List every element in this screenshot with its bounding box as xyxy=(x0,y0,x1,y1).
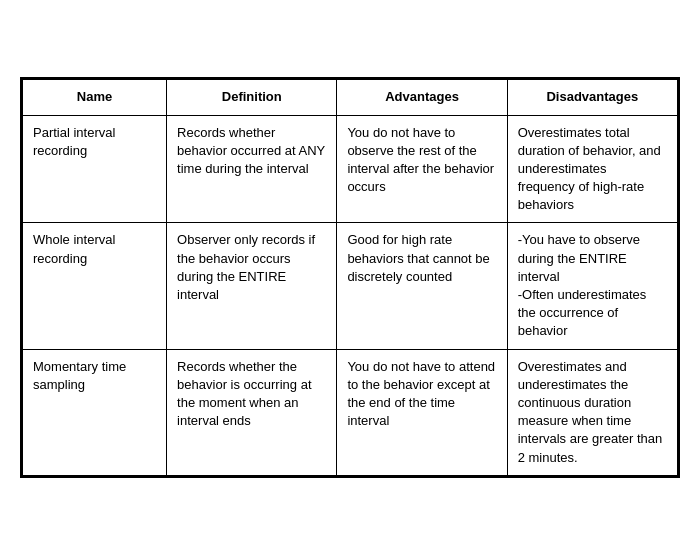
row1-disadvantages: Overestimates total duration of behavior… xyxy=(507,115,677,223)
row1-definition: Records whether behavior occurred at ANY… xyxy=(167,115,337,223)
row1-name: Partial interval recording xyxy=(23,115,167,223)
row2-definition: Observer only records if the behavior oc… xyxy=(167,223,337,349)
row2-name: Whole interval recording xyxy=(23,223,167,349)
comparison-table: Name Definition Advantages Disadvantages… xyxy=(22,79,678,475)
row3-name: Momentary time sampling xyxy=(23,349,167,475)
table-row: Whole interval recording Observer only r… xyxy=(23,223,678,349)
header-row: Name Definition Advantages Disadvantages xyxy=(23,80,678,115)
header-name: Name xyxy=(23,80,167,115)
row1-advantages: You do not have to observe the rest of t… xyxy=(337,115,507,223)
row2-advantages: Good for high rate behaviors that cannot… xyxy=(337,223,507,349)
row2-disadvantages: -You have to observe during the ENTIRE i… xyxy=(507,223,677,349)
row3-disadvantages: Overestimates and underestimates the con… xyxy=(507,349,677,475)
main-table-container: Name Definition Advantages Disadvantages… xyxy=(20,77,680,477)
table-row: Partial interval recording Records wheth… xyxy=(23,115,678,223)
header-advantages: Advantages xyxy=(337,80,507,115)
table-row: Momentary time sampling Records whether … xyxy=(23,349,678,475)
row3-definition: Records whether the behavior is occurrin… xyxy=(167,349,337,475)
header-definition: Definition xyxy=(167,80,337,115)
header-disadvantages: Disadvantages xyxy=(507,80,677,115)
row3-advantages: You do not have to attend to the behavio… xyxy=(337,349,507,475)
